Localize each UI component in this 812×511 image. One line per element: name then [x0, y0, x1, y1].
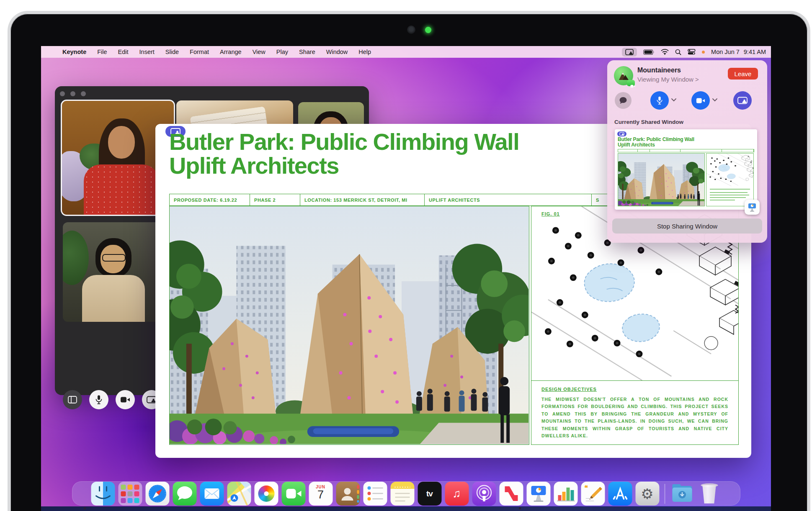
dock-finder[interactable]	[91, 482, 115, 506]
video-tile-participant-2[interactable]	[63, 222, 162, 322]
dock-trash[interactable]	[697, 482, 721, 506]
dock-app-store[interactable]	[608, 482, 632, 506]
messages-button[interactable]	[615, 92, 632, 109]
menu-play[interactable]: Play	[271, 49, 294, 55]
shared-window-thumbnail[interactable]: Butler Park: Public Climbing Wall Uplift…	[615, 129, 757, 210]
calendar-day: 7	[309, 489, 333, 501]
menu-slide[interactable]: Slide	[160, 49, 184, 55]
gear-icon: ⚙	[641, 487, 653, 501]
video-button[interactable]	[691, 91, 710, 110]
group-avatar	[614, 66, 633, 85]
sidebar-toggle-button[interactable]	[63, 390, 82, 409]
dock-divider	[664, 484, 665, 504]
thumbnail-header-strip	[618, 149, 754, 152]
menu-arrange[interactable]: Arrange	[214, 49, 247, 55]
spotlight-search-icon[interactable]	[675, 49, 681, 55]
thumbnail-park-image	[618, 153, 705, 206]
mic-options-chevron-icon[interactable]	[671, 98, 677, 102]
dock-photos[interactable]	[254, 482, 278, 506]
dock: JUN 7 tv ♫	[91, 482, 721, 506]
battery-icon[interactable]	[643, 49, 655, 55]
figure-label: FIG. 01	[541, 211, 560, 216]
dock-pages[interactable]: ❝	[581, 482, 605, 506]
camera-icon	[407, 26, 415, 34]
stop-sharing-button[interactable]: Stop Sharing Window	[612, 218, 762, 234]
menu-edit[interactable]: Edit	[113, 49, 134, 55]
screen-sharing-status-icon[interactable]	[622, 48, 637, 56]
dock-mail[interactable]	[200, 482, 224, 506]
header-cell-date: PROPOSED DATE: 6.19.22	[170, 194, 250, 205]
dock-numbers[interactable]	[554, 482, 577, 506]
menu-date: Mon Jun 7	[711, 49, 740, 55]
menu-share[interactable]: Share	[294, 49, 321, 55]
control-center-icon[interactable]	[688, 49, 696, 55]
wifi-icon[interactable]	[661, 49, 669, 55]
running-indicator-finder	[84, 507, 86, 509]
dock-maps[interactable]	[227, 482, 251, 506]
desktop-screen: Keynote File Edit Insert Slide Format Ar…	[41, 46, 771, 511]
window-traffic-lights[interactable]	[60, 90, 91, 98]
dock-apple-tv[interactable]: tv	[418, 482, 441, 506]
park-render-image	[169, 206, 529, 445]
menu-file[interactable]: File	[92, 49, 112, 55]
group-name: Mountaineers	[637, 67, 681, 74]
dock-calendar[interactable]: JUN 7	[309, 482, 333, 506]
design-objectives-body: THE MIDWEST DOESN'T OFFER A TON OF MOUNT…	[541, 396, 728, 440]
sharing-status-link[interactable]: Viewing My Window >	[637, 76, 699, 83]
menu-app-name[interactable]: Keynote	[57, 49, 92, 55]
thumbnail-title-line2: Uplift Architects	[618, 142, 694, 148]
dock-safari[interactable]	[145, 482, 169, 506]
dock-reminders[interactable]	[363, 482, 387, 506]
tv-logo-text: tv	[426, 489, 433, 498]
laptop-frame: Keynote File Edit Insert Slide Format Ar…	[8, 11, 810, 511]
header-cell-phase: PHASE 2	[250, 194, 300, 205]
running-indicator-keynote	[519, 507, 521, 509]
menu-bar-clock[interactable]: Mon Jun 7 9:41 AM	[711, 49, 766, 55]
dock-news[interactable]	[499, 482, 523, 506]
minimize-window-icon[interactable]	[70, 91, 75, 96]
design-objectives-section: DESIGN OBJECTIVES THE MIDWEST DOESN'T OF…	[531, 380, 738, 444]
camera-toggle-button[interactable]	[116, 390, 135, 409]
video-options-chevron-icon[interactable]	[712, 98, 718, 102]
thumbnail-title: Butler Park: Public Climbing Wall Uplift…	[618, 137, 694, 148]
menu-insert[interactable]: Insert	[134, 49, 160, 55]
dock-notes[interactable]	[390, 482, 414, 506]
dock-downloads[interactable]	[670, 482, 694, 506]
dock-keynote[interactable]	[526, 482, 550, 506]
share-screen-toggle-button[interactable]	[733, 91, 752, 110]
keynote-app-badge-icon	[745, 200, 760, 215]
menu-bar-status: Mon Jun 7 9:41 AM	[622, 48, 771, 56]
close-window-icon[interactable]	[60, 91, 65, 96]
thumbnail-body	[618, 153, 754, 206]
menu-help[interactable]: Help	[353, 49, 376, 55]
dock-facetime[interactable]	[281, 482, 305, 506]
dock-music[interactable]: ♫	[445, 482, 469, 506]
status-dot	[702, 51, 705, 54]
menu-format[interactable]: Format	[184, 49, 214, 55]
currently-shared-label: Currently Shared Window	[614, 119, 683, 125]
svg-text:❝: ❝	[584, 484, 588, 491]
leave-button[interactable]: Leave	[728, 68, 758, 80]
menu-bar: Keynote File Edit Insert Slide Format Ar…	[41, 46, 771, 58]
menu-bar-left: Keynote File Edit Insert Slide Format Ar…	[41, 49, 376, 55]
zoom-window-icon[interactable]	[81, 91, 86, 96]
camera-indicator-led	[425, 27, 431, 33]
dock-contacts[interactable]	[336, 482, 360, 506]
screen-sharing-popover: Mountaineers Viewing My Window > Leave C	[607, 60, 767, 243]
dock-launchpad[interactable]	[118, 482, 142, 506]
document-title-line2: Uplift Architects	[169, 154, 630, 177]
document-title: Butler Park: Public Climbing Wall Uplift…	[169, 130, 630, 177]
document-title-line1: Butler Park: Public Climbing Wall	[169, 130, 630, 154]
wallpaper-dark-edge	[41, 506, 771, 511]
dock-podcasts[interactable]	[472, 482, 496, 506]
dock-system-preferences[interactable]: ⚙	[635, 482, 659, 506]
mute-mic-button[interactable]	[89, 390, 108, 409]
facetime-badge-icon	[627, 80, 635, 86]
thumbnail-share-badge-icon	[617, 131, 626, 136]
header-cell-location: LOCATION: 153 MERRICK ST, DETROIT, MI	[300, 194, 425, 205]
menu-view[interactable]: View	[247, 49, 271, 55]
music-note-icon: ♫	[452, 487, 461, 500]
mic-button[interactable]	[650, 91, 669, 110]
menu-window[interactable]: Window	[321, 49, 353, 55]
dock-messages[interactable]	[173, 482, 196, 506]
